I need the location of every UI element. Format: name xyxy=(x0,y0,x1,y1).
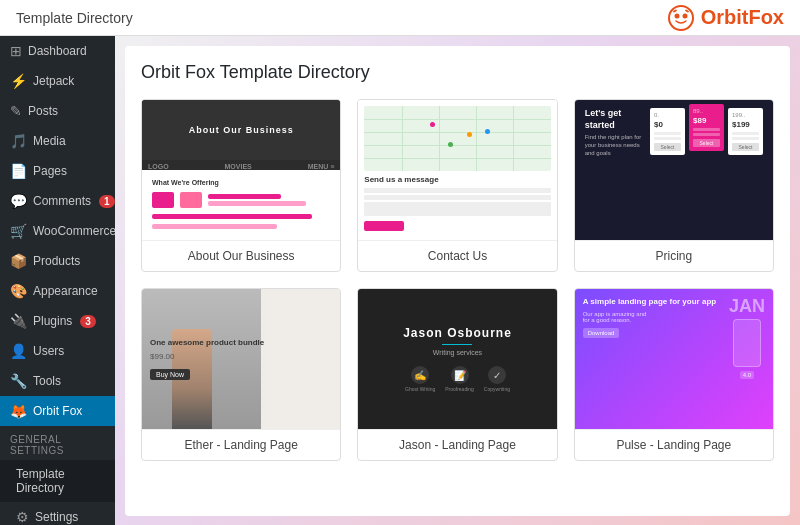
about-bar4 xyxy=(152,224,277,229)
jason-service3: ✓ Copywriting xyxy=(484,366,510,392)
pulse-title: A simple landing page for your app xyxy=(583,297,717,307)
map-pin1 xyxy=(430,122,435,127)
template-label-contact: Contact Us xyxy=(358,240,556,271)
ether-price: $99.00 xyxy=(150,352,332,361)
template-card-jason[interactable]: Jason Osbourne Writing services ✍ Ghost … xyxy=(357,288,557,461)
woocommerce-icon: 🛒 xyxy=(10,223,27,239)
sidebar-item-woocommerce[interactable]: 🛒 WooCommerce xyxy=(0,216,115,246)
sidebar-section-general: General Settings xyxy=(0,426,115,460)
sidebar-item-tools[interactable]: 🔧 Tools xyxy=(0,366,115,396)
sidebar-item-users[interactable]: 👤 Users xyxy=(0,336,115,366)
ether-cta: Buy Now xyxy=(150,369,190,380)
contact-form xyxy=(364,188,550,231)
about-bar1 xyxy=(208,194,281,199)
sidebar: ⊞ Dashboard ⚡ Jetpack ✎ Posts 🎵 Media 📄 … xyxy=(0,36,115,525)
ether-title: One awesome product bundle xyxy=(150,338,332,348)
pricing-plans: 0. $0 Select 89.. $89 xyxy=(650,108,763,155)
map-pin4 xyxy=(485,129,490,134)
pulse-version: 4.0 xyxy=(740,371,754,379)
top-bar: Template Directory OrbitFox xyxy=(0,0,800,36)
sidebar-item-jetpack[interactable]: ⚡ Jetpack xyxy=(0,66,115,96)
pricing-headline: Let's get started Find the right plan fo… xyxy=(585,108,650,158)
svg-point-2 xyxy=(682,13,687,18)
sidebar-item-comments[interactable]: 💬 Comments 1 xyxy=(0,186,115,216)
jason-service2: 📝 Proofreading xyxy=(445,366,474,392)
contact-form-title: Send us a message xyxy=(364,175,438,184)
brand-logo: OrbitFox xyxy=(667,4,784,32)
map-pin2 xyxy=(467,132,472,137)
template-label-ether: Ether - Landing Page xyxy=(142,429,340,460)
sidebar-item-label: Users xyxy=(33,344,64,358)
svg-point-0 xyxy=(669,6,693,30)
template-thumbnail-ether: One awesome product bundle $99.00 Buy No… xyxy=(142,289,340,429)
comments-badge: 1 xyxy=(99,195,115,208)
sidebar-item-orbitfox[interactable]: 🦊 Orbit Fox xyxy=(0,396,115,426)
posts-icon: ✎ xyxy=(10,103,22,119)
pricing-plan-basic: 0. $0 Select xyxy=(650,108,685,155)
sidebar-item-label: Dashboard xyxy=(28,44,87,58)
template-thumbnail-jason: Jason Osbourne Writing services ✍ Ghost … xyxy=(358,289,556,429)
pulse-content: A simple landing page for your app Our a… xyxy=(583,297,717,338)
template-label-pricing: Pricing xyxy=(575,240,773,271)
pricing-plan-pro: 89.. $89 Select xyxy=(689,104,724,151)
about-movies: MOVIES xyxy=(225,163,252,170)
contact-field3 xyxy=(364,202,550,216)
sidebar-item-label: Pages xyxy=(33,164,67,178)
sidebar-subitem-settings[interactable]: ⚙ Settings xyxy=(0,502,115,525)
content-area: Orbit Fox Template Directory About Our B… xyxy=(115,36,800,525)
settings-icon: ⚙ xyxy=(16,509,29,525)
pulse-cta: Download xyxy=(583,328,620,338)
pulse-right: JAN 4.0 xyxy=(729,297,765,379)
comments-icon: 💬 xyxy=(10,193,27,209)
orbitfox-icon: 🦊 xyxy=(10,403,27,419)
pulse-decoration: JAN xyxy=(729,297,765,315)
about-content: What We're Offering xyxy=(142,173,340,235)
content-title: Orbit Fox Template Directory xyxy=(141,62,774,83)
sidebar-item-label: Comments xyxy=(33,194,91,208)
main-layout: ⊞ Dashboard ⚡ Jetpack ✎ Posts 🎵 Media 📄 … xyxy=(0,36,800,525)
pricing-plan-enterprise: 199.. $199 Select xyxy=(728,108,763,155)
jason-services: ✍ Ghost Writing 📝 Proofreading ✓ Copywri… xyxy=(405,366,510,392)
sidebar-item-plugins[interactable]: 🔌 Plugins 3 xyxy=(0,306,115,336)
template-label-about: About Our Business xyxy=(142,240,340,271)
template-card-ether[interactable]: One awesome product bundle $99.00 Buy No… xyxy=(141,288,341,461)
sidebar-item-label: WooCommerce xyxy=(33,224,115,238)
appearance-icon: 🎨 xyxy=(10,283,27,299)
jason-service1: ✍ Ghost Writing xyxy=(405,366,435,392)
about-logo: LOGO xyxy=(148,163,169,170)
media-icon: 🎵 xyxy=(10,133,27,149)
about-box1 xyxy=(152,192,174,208)
about-bar3 xyxy=(152,214,312,219)
template-thumbnail-pulse: A simple landing page for your app Our a… xyxy=(575,289,773,429)
map-pin3 xyxy=(448,142,453,147)
sidebar-subitem-template-directory[interactable]: Template Directory xyxy=(0,460,115,502)
tools-icon: 🔧 xyxy=(10,373,27,389)
sidebar-item-media[interactable]: 🎵 Media xyxy=(0,126,115,156)
sidebar-item-products[interactable]: 📦 Products xyxy=(0,246,115,276)
sidebar-item-posts[interactable]: ✎ Posts xyxy=(0,96,115,126)
template-thumbnail-contact: Send us a message xyxy=(358,100,556,240)
sidebar-item-label: Appearance xyxy=(33,284,98,298)
sidebar-item-pages[interactable]: 📄 Pages xyxy=(0,156,115,186)
template-card-pricing[interactable]: Let's get started Find the right plan fo… xyxy=(574,99,774,272)
sidebar-item-dashboard[interactable]: ⊞ Dashboard xyxy=(0,36,115,66)
sidebar-item-label: Media xyxy=(33,134,66,148)
jetpack-icon: ⚡ xyxy=(10,73,27,89)
template-thumbnail-pricing: Let's get started Find the right plan fo… xyxy=(575,100,773,240)
sidebar-item-label: Tools xyxy=(33,374,61,388)
about-logo-bar: LOGO MOVIES MENU ≡ xyxy=(142,160,340,173)
pulse-sub: Our app is amazing andfor a good reason. xyxy=(583,311,717,323)
sidebar-item-appearance[interactable]: 🎨 Appearance xyxy=(0,276,115,306)
template-label-pulse: Pulse - Landing Page xyxy=(575,429,773,460)
sidebar-subitem-label: Settings xyxy=(35,510,78,524)
template-card-contact[interactable]: Send us a message Contact Us xyxy=(357,99,557,272)
contact-field2 xyxy=(364,195,550,200)
jason-divider xyxy=(442,344,472,345)
users-icon: 👤 xyxy=(10,343,27,359)
products-icon: 📦 xyxy=(10,253,27,269)
template-card-pulse[interactable]: A simple landing page for your app Our a… xyxy=(574,288,774,461)
sidebar-item-label: Jetpack xyxy=(33,74,74,88)
plugins-icon: 🔌 xyxy=(10,313,27,329)
template-card-about[interactable]: About Our Business LOGO MOVIES MENU ≡ Wh… xyxy=(141,99,341,272)
contact-field1 xyxy=(364,188,550,193)
